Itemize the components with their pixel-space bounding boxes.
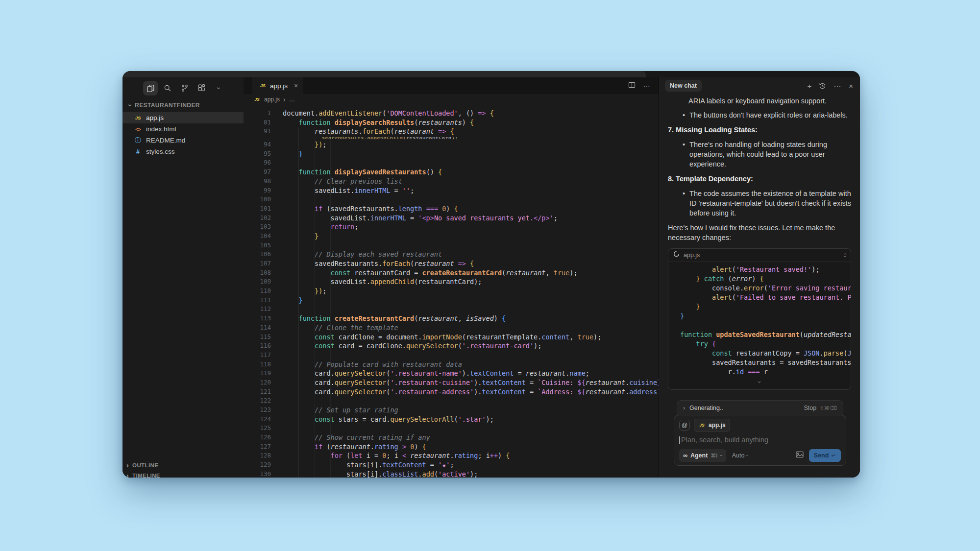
- code-line: 97 function displaySavedRestaurants() {: [244, 168, 659, 177]
- code-line: 96: [244, 158, 659, 168]
- code-line: 99 savedList.innerHTML = '';: [244, 186, 659, 195]
- attach-image-icon[interactable]: [796, 451, 804, 460]
- code-line: 128 for (let i = 0; i < restaurant.ratin…: [244, 451, 659, 460]
- chat-block-bullet: •There's no handling of loading states d…: [683, 140, 852, 169]
- tab-app-js[interactable]: JS app.js ×: [252, 77, 303, 94]
- editor-region: JS app.js × ⋯ JS app.js › …: [244, 77, 659, 478]
- code-line: 118 // Populate card with restaurant dat…: [244, 360, 659, 369]
- spinner-icon: [673, 250, 680, 260]
- prompt-placeholder: Plan, search, build anything: [681, 435, 768, 445]
- send-label: Send: [814, 451, 829, 460]
- extensions-icon[interactable]: [195, 81, 209, 96]
- code-line: 126 // Show current rating if any: [244, 433, 659, 442]
- history-icon[interactable]: [819, 82, 826, 90]
- add-context-button[interactable]: @: [679, 420, 690, 431]
- js-file-icon: JS: [698, 420, 706, 430]
- source-control-icon[interactable]: [177, 81, 192, 96]
- code-line: const restaurantCopy = JSON.parse(JSON.s…: [680, 349, 851, 358]
- code-line: 105: [244, 241, 659, 250]
- window-title-strip: [122, 71, 646, 77]
- chat-more-icon[interactable]: ⋯: [833, 82, 841, 90]
- code-line: 98 // Clear previous list: [244, 177, 659, 186]
- sidebar-bottom-panels: › OUTLINE › TIMELINE: [122, 460, 244, 478]
- code-line: alert('Failed to save restaurant. Please…: [680, 293, 851, 302]
- prompt-input-card[interactable]: @ JS app.js Plan, search, build anything: [674, 415, 846, 466]
- split-editor-icon[interactable]: [628, 81, 636, 91]
- code-line: 111 }: [244, 296, 659, 305]
- code-editor[interactable]: 1document.addEventListener('DOMContentLo…: [244, 105, 659, 478]
- css-file-icon: #: [134, 148, 142, 155]
- expand-collapse-icon[interactable]: › ›: [844, 253, 846, 258]
- agent-mode-selector[interactable]: ∞ Agent ⌘I ›: [679, 449, 726, 462]
- stop-button[interactable]: Stop: [804, 403, 817, 413]
- timeline-section-header[interactable]: › TIMELINE: [122, 470, 244, 478]
- chat-block-p: Here's how I would fix these issues. Let…: [668, 223, 852, 242]
- file-item-app.js[interactable]: JSapp.js: [122, 112, 244, 123]
- chat-bottom-controls: › Generating.. Stop ⇧⌘⌫ @ JS app.js: [668, 400, 852, 472]
- editor-actions: ⋯: [628, 81, 659, 91]
- code-line: 103 return;: [244, 222, 659, 232]
- new-chat-tab[interactable]: New chat: [665, 80, 702, 92]
- model-selector[interactable]: Auto ›: [732, 451, 748, 460]
- file-item-styles.css[interactable]: #styles.css: [122, 146, 244, 157]
- chat-code-lines: alert('Restaurant saved!'); } catch (err…: [668, 262, 851, 377]
- breadcrumb-file: app.js: [264, 96, 280, 103]
- generating-label: Generating..: [689, 403, 723, 413]
- code-line: 112: [244, 305, 659, 314]
- file-name: styles.css: [146, 148, 175, 155]
- search-icon[interactable]: [160, 81, 175, 96]
- close-icon[interactable]: ×: [294, 82, 298, 90]
- file-name: app.js: [146, 114, 164, 121]
- activity-bar: ›: [122, 77, 244, 97]
- code-line: 1document.addEventListener('DOMContentLo…: [244, 109, 659, 118]
- app-window: › › RESTAURANTFINDER JSapp.js<>index.htm…: [122, 71, 860, 478]
- chevron-up-icon: ›: [716, 455, 726, 456]
- chat-blocks: ARIA labels or keyboard navigation suppo…: [668, 96, 852, 242]
- more-actions-icon[interactable]: ⋯: [643, 82, 651, 90]
- send-button[interactable]: Send ↵: [809, 449, 841, 462]
- code-line: 100: [244, 195, 659, 204]
- js-file-icon: JS: [259, 83, 267, 88]
- chat-block-bullet: •The buttons don't have explicit roles o…: [683, 110, 852, 120]
- info-file-icon: ⓘ: [134, 136, 142, 145]
- code-line: 129 stars[i].textContent = '★';: [244, 460, 659, 470]
- close-chat-icon[interactable]: ×: [849, 82, 853, 90]
- code-line: savedRestaurants = savedRestaurants.map(…: [680, 358, 851, 367]
- code-line: 120 card.querySelector('.restaurant-cuis…: [244, 378, 659, 387]
- chevron-right-icon[interactable]: ›: [683, 403, 685, 413]
- code-line: 81 function displaySearchResults(restaur…: [244, 118, 659, 127]
- chat-message-area: ARIA labels or keyboard navigation suppo…: [659, 94, 860, 478]
- code-line: alert('Restaurant saved!');: [680, 265, 851, 274]
- return-key-icon: ↵: [831, 451, 836, 460]
- chat-block-h: 7. Missing Loading States:: [668, 125, 852, 135]
- explorer-icon[interactable]: [143, 81, 158, 96]
- code-card-expand-chevron-icon[interactable]: ›: [668, 377, 851, 389]
- code-card-header[interactable]: app.js › ›: [668, 249, 851, 262]
- chat-block-bullet: •The code assumes the existence of a tem…: [683, 189, 852, 218]
- code-line: 119 card.querySelector('.restaurant-name…: [244, 369, 659, 378]
- code-line: console.error('Error saving restaurant:'…: [680, 284, 851, 293]
- outline-section-header[interactable]: › OUTLINE: [122, 460, 244, 470]
- activity-more-chevron-icon[interactable]: ›: [212, 81, 226, 96]
- file-list: JSapp.js<>index.htmlⓘREADME.md#styles.cs…: [122, 112, 244, 157]
- stop-shortcut: ⇧⌘⌫: [819, 403, 837, 413]
- ai-chat-panel: New chat + ⋯ × ARIA labels or keyboard n…: [659, 77, 860, 478]
- context-chip-app-js[interactable]: JS app.js: [694, 419, 730, 431]
- file-item-README.md[interactable]: ⓘREADME.md: [122, 135, 244, 146]
- file-item-index.html[interactable]: <>index.html: [122, 123, 244, 135]
- code-line: 91 restaurants.forEach(restaurant => {: [244, 127, 659, 136]
- code-line: searchResults.appendChild(restaurantCard…: [244, 137, 659, 140]
- indent-guide: [330, 127, 331, 478]
- editor-tab-bar: JS app.js × ⋯: [244, 77, 659, 94]
- code-line: 114 // Clone the template: [244, 323, 659, 333]
- prompt-input[interactable]: Plan, search, build anything: [679, 435, 841, 445]
- code-line: 113 function createRestaurantCard(restau…: [244, 314, 659, 323]
- breadcrumb[interactable]: JS app.js › …: [244, 94, 659, 105]
- explorer-section-header[interactable]: › RESTAURANTFINDER: [122, 97, 244, 112]
- new-chat-plus-icon[interactable]: +: [807, 82, 811, 90]
- window-content: › › RESTAURANTFINDER JSapp.js<>index.htm…: [122, 77, 860, 478]
- chevron-right-icon: ›: [126, 462, 129, 469]
- js-file-icon: JS: [253, 97, 261, 102]
- input-toolbar: ∞ Agent ⌘I › Auto ›: [679, 449, 841, 462]
- chevron-right-icon: ›: [283, 96, 286, 103]
